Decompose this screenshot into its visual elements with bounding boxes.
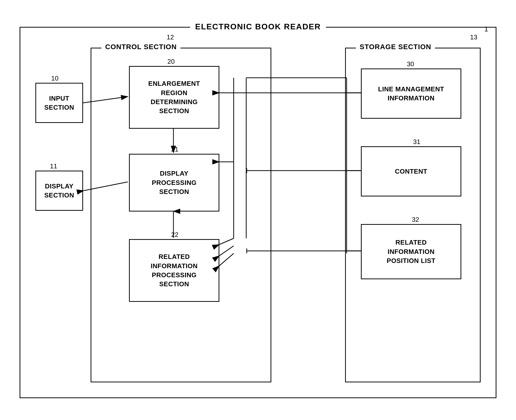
line-mgmt-label: LINE MANAGEMENTINFORMATION — [378, 85, 444, 103]
display-box: 11 DISPLAYSECTION — [35, 171, 83, 211]
ref-12: 12 — [167, 33, 174, 41]
ref-1: 1 — [484, 25, 488, 33]
enlargement-box: 20 ENLARGEMENTREGIONDETERMININGSECTION — [129, 66, 219, 129]
display-processing-box: 21 DISPLAYPROCESSINGSECTION — [129, 154, 219, 212]
content-box: 31 CONTENT — [361, 146, 461, 196]
related-info-label: RELATEDINFORMATIONPOSITION LIST — [387, 238, 435, 265]
ref-22: 22 — [171, 231, 178, 239]
enlargement-label: ENLARGEMENTREGIONDETERMININGSECTION — [148, 79, 200, 116]
storage-section-label: STORAGE SECTION — [356, 43, 435, 51]
storage-section: STORAGE SECTION 13 30 LINE MANAGEMENTINF… — [345, 48, 481, 382]
ref-20: 20 — [167, 58, 175, 65]
page: ELECTRONIC BOOK READER 1 CONTROL SECTION… — [10, 12, 506, 408]
ref-13: 13 — [470, 33, 477, 41]
ref-11: 11 — [50, 162, 57, 170]
line-mgmt-box: 30 LINE MANAGEMENTINFORMATION — [361, 68, 461, 119]
ref-21: 21 — [171, 146, 178, 153]
ref-10: 10 — [51, 75, 58, 82]
content-label: CONTENT — [395, 167, 427, 176]
ref-30: 30 — [407, 60, 414, 68]
display-label: DISPLAYSECTION — [44, 182, 74, 200]
ref-31: 31 — [413, 138, 420, 146]
related-processing-box: 22 RELATEDINFORMATIONPROCESSINGSECTION — [129, 239, 219, 302]
display-processing-label: DISPLAYPROCESSINGSECTION — [152, 169, 197, 196]
input-box: 10 INPUTSECTION — [35, 83, 83, 123]
input-label: INPUTSECTION — [44, 94, 74, 112]
control-section-label: CONTROL SECTION — [101, 43, 180, 51]
outer-container: ELECTRONIC BOOK READER 1 CONTROL SECTION… — [20, 27, 496, 398]
control-section: CONTROL SECTION 12 20 ENLARGEMENTREGIOND… — [91, 48, 271, 382]
related-info-box: 32 RELATEDINFORMATIONPOSITION LIST — [361, 224, 461, 279]
ref-32: 32 — [412, 216, 419, 224]
related-processing-label: RELATEDINFORMATIONPROCESSINGSECTION — [151, 252, 198, 289]
main-title: ELECTRONIC BOOK READER — [190, 22, 326, 31]
